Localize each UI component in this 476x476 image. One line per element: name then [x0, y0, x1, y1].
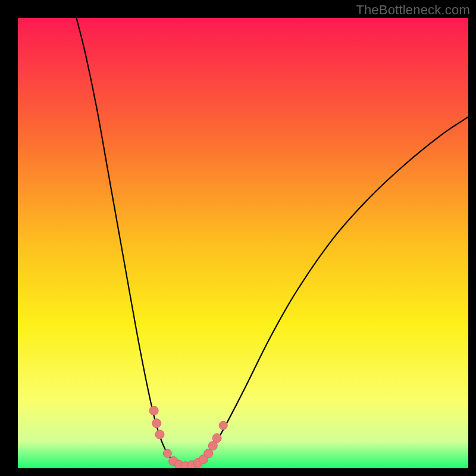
watermark-label: TheBottleneck.com: [356, 2, 470, 18]
plot-background: [18, 18, 468, 468]
data-marker: [149, 406, 158, 415]
data-marker: [155, 430, 164, 439]
data-marker: [219, 421, 227, 430]
data-marker: [163, 449, 171, 458]
bottleneck-chart: [0, 0, 476, 476]
data-marker: [152, 419, 161, 428]
chart-frame: { "watermark": "TheBottleneck.com", "col…: [0, 0, 476, 476]
data-marker: [212, 434, 221, 443]
